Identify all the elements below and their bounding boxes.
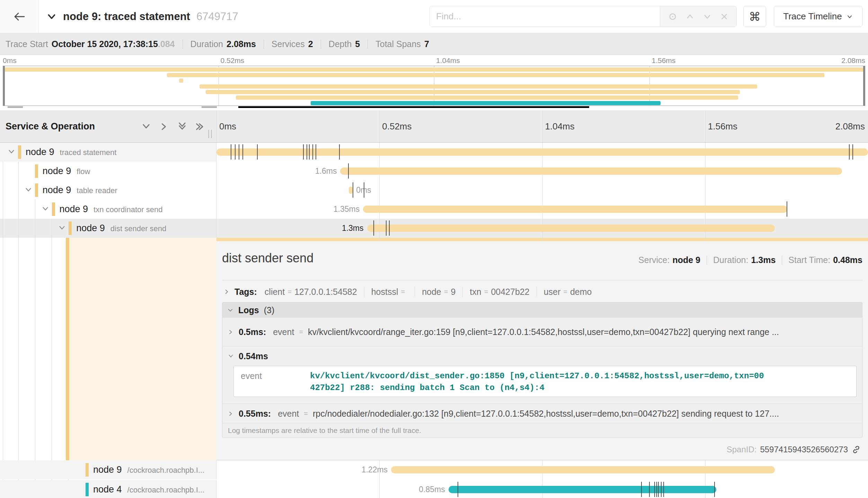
- span-row[interactable]: node 9traced statement: [0, 143, 868, 162]
- log-marker-tick: [656, 482, 657, 497]
- span-duration-bar[interactable]: [216, 148, 868, 156]
- span-expander-chevron-icon[interactable]: [42, 205, 49, 214]
- find-input[interactable]: [430, 6, 660, 27]
- span-duration-bar[interactable]: [367, 225, 775, 232]
- timeline-column-header: Service & Operation 0ms0.52ms1.04ms1.56m…: [0, 110, 868, 143]
- minimap-span-bar: [311, 101, 661, 105]
- span-name-label: node 9txn coordinator send: [60, 200, 163, 220]
- minimap-viewport-indicator[interactable]: [238, 106, 589, 108]
- timeline-tick-label: 0ms: [219, 111, 236, 142]
- trace-start-fraction: .084: [158, 39, 175, 49]
- view-select-button[interactable]: Trace Timeline: [774, 6, 862, 27]
- trace-summary-bar: Trace Start October 15 2020, 17:38:15.08…: [0, 33, 868, 55]
- log-field-key: event: [234, 366, 303, 397]
- span-expander-chevron-icon[interactable]: [8, 148, 15, 157]
- minimap-canvas[interactable]: [3, 66, 865, 106]
- span-duration-label: 1.35ms: [334, 200, 360, 219]
- span-name-label: node 9traced statement: [26, 143, 116, 163]
- service-name: node 9: [26, 147, 54, 157]
- logs-title: Logs: [238, 305, 259, 315]
- minimap-left-scrubber[interactable]: [3, 66, 5, 106]
- view-select-label: Trace Timeline: [783, 11, 842, 22]
- span-row[interactable]: node 9flow1.6ms: [0, 162, 868, 181]
- minimap-handle-nub[interactable]: [202, 106, 217, 108]
- logs-header[interactable]: Logs (3): [222, 302, 862, 318]
- prev-match-icon[interactable]: [685, 12, 695, 21]
- minimap-right-scrubber[interactable]: [863, 66, 865, 106]
- span-duration-label: 0.85ms: [419, 480, 445, 498]
- span-row[interactable]: node 9txn coordinator send1.35ms: [0, 200, 868, 219]
- log-marker-tick: [654, 482, 655, 497]
- span-name-label: node 9dist sender send: [76, 219, 166, 239]
- service-name: node 9: [93, 464, 122, 475]
- span-duration-bar[interactable]: [391, 466, 775, 473]
- logs-footer-note: Log timestamps are relative to the start…: [222, 423, 862, 437]
- log-field-value: kv/kvclient/kvcoord/range_iter.go:159 [n…: [308, 327, 779, 337]
- log-marker-tick: [339, 144, 340, 160]
- span-duration-bar[interactable]: [349, 187, 353, 194]
- span-duration-label: 1.3ms: [342, 219, 364, 238]
- divider: [415, 287, 415, 297]
- next-match-icon[interactable]: [702, 12, 712, 21]
- log-marker-tick: [852, 144, 853, 160]
- operation-name: /cockroach.roachpb.I...: [127, 466, 205, 474]
- minimap-tick-label: 1.04ms: [436, 56, 460, 65]
- log-marker-tick: [649, 482, 650, 497]
- log-field-value: rpc/nodedialer/nodedialer.go:132 [n9,cli…: [313, 409, 779, 419]
- minimap-span-bar: [3, 67, 865, 72]
- span-duration-bar[interactable]: [340, 167, 842, 175]
- services-label: Services: [272, 39, 305, 49]
- collapse-trace-chevron-icon[interactable]: [46, 11, 57, 22]
- duration-value: 2.08ms: [227, 39, 256, 49]
- span-row[interactable]: node 9/cockroach.roachpb.I...1.22ms: [0, 460, 868, 479]
- span-duration-bar[interactable]: [363, 206, 787, 213]
- log-timestamp: 0.54ms: [239, 351, 268, 361]
- tag-key: node: [422, 287, 441, 297]
- log-entry-header[interactable]: 0.54ms: [228, 346, 862, 366]
- tags-accordion[interactable]: Tags: client=127.0.0.1:54582hostssl=node…: [223, 284, 592, 299]
- minimap-handle-nub[interactable]: [8, 106, 23, 108]
- log-marker-tick: [714, 482, 715, 497]
- page-title: node 9: traced statement: [63, 10, 190, 23]
- back-button[interactable]: [0, 0, 39, 33]
- services-value: 2: [308, 39, 313, 49]
- expand-all-icon[interactable]: [195, 122, 205, 132]
- span-name-cell: node 9table reader: [0, 181, 216, 200]
- tree-guide-line: [52, 219, 52, 498]
- expand-one-icon[interactable]: [159, 122, 169, 132]
- span-detail-title: dist sender send: [222, 251, 313, 265]
- timeline-tick-label: 2.08ms: [835, 111, 865, 142]
- tag-key: user: [544, 287, 561, 297]
- collapse-one-icon[interactable]: [141, 122, 151, 132]
- link-icon[interactable]: [851, 445, 861, 454]
- log-marker-tick: [348, 163, 349, 179]
- log-marker-tick: [316, 144, 316, 160]
- column-resize-handle[interactable]: [208, 130, 214, 138]
- tag-key: txn: [470, 287, 481, 297]
- span-duration-bar[interactable]: [449, 486, 716, 493]
- divider: [707, 256, 707, 265]
- collapse-all-icon[interactable]: [177, 122, 187, 132]
- logs-accordion: Logs (3) 0.5ms:event=kv/kvclient/kvcoord…: [222, 302, 862, 438]
- tag-value: 00427b22: [491, 287, 529, 297]
- match-scope-icon[interactable]: [668, 12, 677, 21]
- keyboard-shortcuts-button[interactable]: ⌘: [743, 6, 766, 27]
- span-color-accent: [69, 221, 72, 235]
- top-bar: node 9: traced statement 6749717: [0, 0, 868, 33]
- tag-equals: =: [444, 288, 448, 296]
- span-row[interactable]: node 9dist sender send1.3ms: [0, 219, 868, 238]
- tag-key: client: [265, 287, 285, 297]
- log-entry-header[interactable]: 0.5ms:event=kv/kvclient/kvcoord/range_it…: [228, 318, 862, 346]
- span-color-accent: [52, 202, 55, 216]
- clear-find-icon[interactable]: [720, 12, 729, 21]
- timeline-tick-label: 1.56ms: [708, 111, 737, 142]
- log-entry-header[interactable]: 0.55ms:event=rpc/nodedialer/nodedialer.g…: [228, 404, 862, 423]
- trace-minimap: 0ms0.52ms1.04ms1.56ms2.08ms: [0, 55, 868, 110]
- span-expander-chevron-icon[interactable]: [25, 186, 32, 195]
- span-name-label: node 9/cockroach.roachpb.I...: [93, 460, 204, 480]
- span-color-accent: [18, 145, 21, 159]
- span-row[interactable]: node 4/cockroach.roachpb.I...0.85ms: [0, 480, 868, 498]
- span-row[interactable]: node 9table reader0ms: [0, 181, 868, 200]
- span-expander-chevron-icon[interactable]: [58, 224, 66, 233]
- span-name-cell: node 9/cockroach.roachpb.I...: [0, 460, 216, 479]
